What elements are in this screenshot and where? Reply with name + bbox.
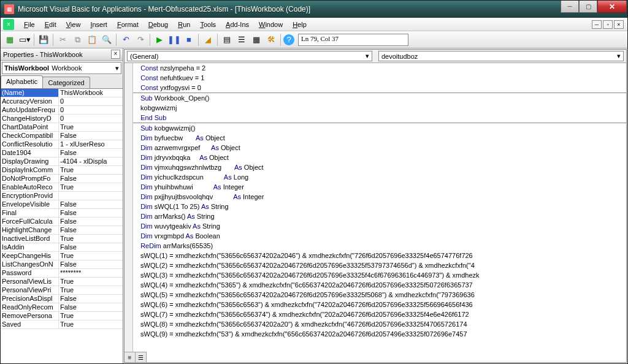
- property-value[interactable]: False: [59, 132, 123, 140]
- help-icon[interactable]: ?: [283, 34, 294, 45]
- view-excel-icon[interactable]: ▦: [3, 33, 17, 47]
- menu-insert[interactable]: Insert: [85, 20, 112, 29]
- property-row[interactable]: AccuracyVersion0: [1, 97, 123, 106]
- property-row[interactable]: CheckCompatibilFalse: [1, 132, 123, 140]
- property-value[interactable]: True: [59, 278, 123, 286]
- property-value[interactable]: False: [59, 295, 123, 303]
- property-value[interactable]: True: [59, 183, 123, 191]
- cut-icon[interactable]: ✂: [56, 33, 69, 47]
- property-value[interactable]: True: [59, 252, 123, 260]
- insert-module-icon[interactable]: ▭▾: [18, 33, 31, 47]
- code-text[interactable]: Const nzslynpeha = 2 Const nefuhtkuev = …: [124, 63, 626, 339]
- menu-run[interactable]: Run: [173, 20, 195, 29]
- close-button[interactable]: ✕: [597, 1, 627, 13]
- object-browser-icon[interactable]: ▦: [250, 33, 263, 47]
- property-value[interactable]: [59, 192, 123, 200]
- menu-edit[interactable]: Edit: [40, 20, 61, 29]
- full-module-view-button[interactable]: ☰: [136, 352, 147, 362]
- menu-debug[interactable]: Debug: [144, 20, 173, 29]
- property-row[interactable]: DoNotPromptFoFalse: [1, 175, 123, 183]
- property-row[interactable]: EnableAutoRecoTrue: [1, 183, 123, 192]
- menu-help[interactable]: Help: [288, 20, 312, 29]
- property-value[interactable]: False: [59, 200, 123, 208]
- property-value[interactable]: 1 - xlUserReso: [59, 140, 123, 148]
- property-row[interactable]: ChartDataPointTrue: [1, 123, 123, 132]
- break-icon[interactable]: ❚❚: [167, 33, 181, 47]
- property-value[interactable]: False: [59, 243, 123, 251]
- property-value[interactable]: ********: [59, 269, 123, 277]
- property-row[interactable]: PrecisionAsDisplFalse: [1, 295, 123, 303]
- property-value[interactable]: False: [59, 260, 123, 268]
- property-row[interactable]: ForceFullCalculaFalse: [1, 218, 123, 226]
- titlebar[interactable]: ▦ Microsoft Visual Basic for Application…: [1, 1, 627, 18]
- property-row[interactable]: DisplayInkCommTrue: [1, 166, 123, 175]
- tab-categorized[interactable]: Categorized: [42, 77, 90, 88]
- mdi-minimize-button[interactable]: ─: [592, 20, 602, 29]
- property-value[interactable]: -4104 - xlDispla: [59, 157, 123, 165]
- property-row[interactable]: HighlightChangeFalse: [1, 226, 123, 235]
- property-value[interactable]: True: [59, 166, 123, 174]
- design-mode-icon[interactable]: ◢: [201, 33, 215, 47]
- property-value[interactable]: True: [59, 312, 123, 320]
- mdi-restore-button[interactable]: ▫: [603, 20, 613, 29]
- property-value[interactable]: False: [59, 303, 123, 311]
- object-combo[interactable]: (General) ▾: [127, 51, 372, 61]
- property-value[interactable]: ThisWorkbook: [59, 89, 123, 97]
- property-row[interactable]: ReadOnlyRecomFalse: [1, 303, 123, 312]
- property-value[interactable]: True: [59, 123, 123, 131]
- property-value[interactable]: 0: [59, 106, 123, 114]
- menu-tools[interactable]: Tools: [195, 20, 221, 29]
- toolbox-icon[interactable]: 🛠: [264, 33, 278, 47]
- property-value[interactable]: 0: [59, 115, 123, 123]
- property-row[interactable]: EnvelopeVisibleFalse: [1, 200, 123, 209]
- property-value[interactable]: False: [59, 175, 123, 183]
- redo-icon[interactable]: ↷: [134, 33, 147, 47]
- property-row[interactable]: RemovePersonaTrue: [1, 312, 123, 320]
- procedure-combo[interactable]: devoitudboz ▾: [378, 51, 624, 61]
- copy-icon[interactable]: ⧉: [71, 33, 84, 47]
- property-row[interactable]: IsAddinFalse: [1, 243, 123, 252]
- property-row[interactable]: EncryptionProvid: [1, 192, 123, 200]
- property-row[interactable]: Password********: [1, 269, 123, 278]
- property-row[interactable]: ConflictResolutio1 - xlUserReso: [1, 140, 123, 149]
- reset-icon[interactable]: ■: [182, 33, 196, 47]
- menu-file[interactable]: File: [19, 20, 40, 29]
- object-selector[interactable]: ThisWorkbool Workbook ▾: [2, 62, 121, 74]
- property-value[interactable]: True: [59, 235, 123, 243]
- menu-format[interactable]: Format: [112, 20, 144, 29]
- property-value[interactable]: True: [59, 320, 123, 328]
- code-editor[interactable]: Const nzslynpeha = 2 Const nefuhtkuev = …: [124, 63, 626, 362]
- property-row[interactable]: PersonalViewLisTrue: [1, 278, 123, 286]
- properties-close-button[interactable]: ×: [111, 50, 120, 59]
- property-row[interactable]: KeepChangeHisTrue: [1, 252, 123, 260]
- property-row[interactable]: DisplayDrawing-4104 - xlDispla: [1, 157, 123, 166]
- procedure-view-button[interactable]: ≡: [124, 352, 136, 362]
- property-row[interactable]: SavedTrue: [1, 320, 123, 329]
- property-row[interactable]: PersonalViewPriTrue: [1, 286, 123, 295]
- paste-icon[interactable]: 📋: [85, 33, 99, 47]
- property-row[interactable]: (Name)ThisWorkbook: [1, 89, 123, 97]
- find-icon[interactable]: 🔍: [100, 33, 113, 47]
- menu-window[interactable]: Window: [254, 20, 288, 29]
- excel-vba-icon[interactable]: X: [3, 19, 14, 30]
- maximize-button[interactable]: ▢: [579, 1, 597, 13]
- property-value[interactable]: 0: [59, 97, 123, 105]
- property-row[interactable]: Date1904False: [1, 149, 123, 157]
- property-value[interactable]: True: [59, 286, 123, 294]
- property-row[interactable]: AutoUpdateFrequ0: [1, 106, 123, 115]
- tab-alphabetic[interactable]: Alphabetic: [1, 75, 43, 88]
- property-row[interactable]: FinalFalse: [1, 209, 123, 218]
- minimize-button[interactable]: ─: [561, 1, 579, 13]
- undo-icon[interactable]: ↶: [119, 33, 132, 47]
- menu-view[interactable]: View: [61, 20, 86, 29]
- property-value[interactable]: False: [59, 218, 123, 226]
- properties-grid[interactable]: (Name)ThisWorkbookAccuracyVersion0AutoUp…: [1, 89, 123, 363]
- save-icon[interactable]: 💾: [37, 33, 50, 47]
- run-icon[interactable]: ▶: [153, 33, 166, 47]
- properties-window-icon[interactable]: ☰: [235, 33, 248, 47]
- menu-add-ins[interactable]: Add-Ins: [221, 20, 254, 29]
- properties-titlebar[interactable]: Properties - ThisWorkbook ×: [1, 48, 123, 61]
- property-value[interactable]: False: [59, 209, 123, 217]
- project-explorer-icon[interactable]: ▤: [220, 33, 234, 47]
- property-row[interactable]: ChangeHistoryD0: [1, 115, 123, 123]
